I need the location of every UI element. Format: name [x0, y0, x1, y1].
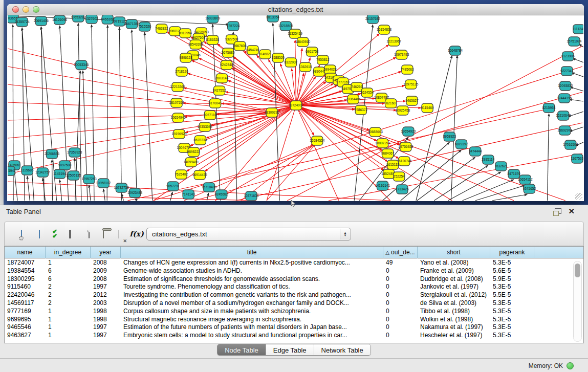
- network-node[interactable]: 12342757: [35, 168, 50, 177]
- network-node[interactable]: 1115686: [21, 166, 34, 175]
- table-row[interactable]: 1456911722003Disruption of a novel membe…: [5, 299, 583, 307]
- tab-node-table[interactable]: Node Table: [217, 344, 266, 355]
- network-edge[interactable]: [119, 27, 121, 201]
- network-node[interactable]: 1327602: [85, 15, 98, 24]
- table-row[interactable]: 1830029562008Estimation of significance …: [5, 275, 583, 283]
- network-node[interactable]: 1145194: [53, 169, 66, 179]
- network-node[interactable]: 8678334: [194, 136, 207, 145]
- table-row[interactable]: 2242004622012Investigating the contribut…: [5, 291, 583, 299]
- network-node[interactable]: 14099489: [184, 158, 199, 167]
- network-edge[interactable]: [475, 185, 526, 201]
- network-node[interactable]: 6961758: [306, 47, 319, 56]
- network-node[interactable]: 1167531: [571, 154, 583, 163]
- function-builder-button[interactable]: f(x): [129, 227, 144, 240]
- network-node[interactable]: 252254: [394, 172, 405, 181]
- network-node[interactable]: 3624554: [361, 88, 374, 97]
- network-edge[interactable]: [228, 80, 292, 104]
- float-panel-icon[interactable]: [555, 208, 561, 214]
- network-node[interactable]: 1733426: [396, 185, 409, 194]
- network-node[interactable]: 12505135: [66, 171, 81, 180]
- table-options-button[interactable]: [15, 227, 28, 240]
- table-row[interactable]: 946362711997Embryonic stem cells: a mode…: [5, 331, 583, 339]
- network-node[interactable]: 8454749: [246, 46, 259, 55]
- network-node[interactable]: 10973493: [394, 50, 409, 59]
- network-node[interactable]: 11325419: [288, 29, 302, 38]
- network-node[interactable]: 20206536: [45, 149, 59, 159]
- table-row[interactable]: 1938455462009Genome-wide association stu…: [5, 267, 583, 275]
- network-node[interactable]: 26157682: [365, 15, 380, 24]
- network-node[interactable]: 9227341: [560, 67, 574, 76]
- network-node[interactable]: 16648784: [448, 46, 463, 55]
- network-edge[interactable]: [572, 73, 583, 77]
- network-node[interactable]: 10654945: [171, 113, 186, 122]
- network-node[interactable]: 9123986: [561, 52, 575, 61]
- network-node[interactable]: 2718126: [175, 67, 188, 76]
- network-node[interactable]: 18807293: [375, 139, 390, 148]
- network-node[interactable]: 2803144: [215, 74, 229, 83]
- tab-edge-table[interactable]: Edge Table: [266, 344, 314, 355]
- network-node[interactable]: 9242848: [220, 60, 233, 70]
- table-row[interactable]: 911546021997Tourette syndrome. Phenomeno…: [5, 282, 583, 291]
- network-node[interactable]: 9097588: [58, 161, 72, 170]
- network-node[interactable]: 1362615: [299, 62, 312, 72]
- network-edge[interactable]: [292, 69, 296, 101]
- network-node[interactable]: 10958107: [96, 179, 111, 188]
- network-node[interactable]: 6879197: [455, 140, 468, 149]
- network-node[interactable]: 20691406: [34, 16, 49, 26]
- network-node[interactable]: 20053346: [74, 60, 89, 70]
- network-node[interactable]: 16210643: [556, 111, 571, 120]
- network-node[interactable]: 10025458: [395, 106, 410, 115]
- column-header-out_de[interactable]: △out_de...: [383, 247, 418, 258]
- network-edge[interactable]: [267, 105, 296, 201]
- window-titlebar[interactable]: citations_edges.txt: [7, 4, 584, 15]
- network-edge[interactable]: [299, 74, 326, 102]
- network-edge[interactable]: [296, 48, 302, 101]
- network-node[interactable]: 19756928: [398, 142, 413, 151]
- show-columns-button[interactable]: [33, 227, 46, 240]
- network-node[interactable]: 9115460: [421, 103, 434, 113]
- network-node[interactable]: 8186328: [206, 35, 220, 45]
- network-node[interactable]: 15584554: [310, 136, 324, 145]
- scrollbar-thumb[interactable]: [575, 264, 580, 277]
- network-node[interactable]: 9684067: [381, 149, 395, 158]
- column-header-in_degree[interactable]: in_degree: [46, 247, 91, 258]
- network-node[interactable]: 9474444: [469, 147, 482, 156]
- import-table-button[interactable]: ✕: [112, 227, 125, 240]
- network-node[interactable]: 18107554: [169, 98, 184, 107]
- network-node[interactable]: 8427552: [213, 86, 226, 95]
- select-rows-button[interactable]: ✔✔: [48, 227, 61, 240]
- network-node[interactable]: 9267110: [204, 111, 216, 120]
- table-selector-dropdown[interactable]: citations_edges.txt ▲▼: [146, 228, 351, 240]
- network-node[interactable]: 9898222: [187, 147, 201, 157]
- network-node[interactable]: 10653287: [71, 15, 85, 22]
- column-header-pagerank[interactable]: pagerank: [490, 247, 534, 258]
- network-node[interactable]: 9170041: [209, 99, 222, 108]
- table-row[interactable]: 1872400712008Changes of HCN gene express…: [5, 258, 583, 267]
- network-node[interactable]: 17359928: [67, 148, 82, 157]
- network-node[interactable]: 2667608: [233, 41, 247, 51]
- network-edge[interactable]: [299, 81, 326, 103]
- network-node[interactable]: 18300295: [265, 108, 279, 117]
- network-node[interactable]: 19654923: [401, 127, 416, 136]
- network-node[interactable]: 6994028: [323, 65, 337, 74]
- network-node[interactable]: 10923488: [127, 188, 142, 198]
- network-node[interactable]: 24355724: [15, 17, 30, 27]
- network-edge[interactable]: [417, 157, 475, 201]
- network-edge[interactable]: [27, 176, 30, 201]
- network-edge[interactable]: [296, 105, 452, 201]
- network-node[interactable]: 20364486: [346, 95, 361, 104]
- network-node[interactable]: 9245662: [215, 190, 228, 199]
- network-edge[interactable]: [8, 182, 390, 201]
- network-edge[interactable]: [295, 40, 296, 101]
- network-edge[interactable]: [60, 180, 62, 201]
- table-row[interactable]: 946554611997Estimation of the future num…: [5, 323, 583, 331]
- network-canvas[interactable]: 2036559243557242069140616126096106532871…: [8, 15, 583, 201]
- network-node[interactable]: 9857791: [166, 182, 180, 191]
- network-node[interactable]: 19196929: [172, 129, 187, 139]
- network-node[interactable]: 3915941: [8, 166, 16, 176]
- network-edge[interactable]: [215, 144, 316, 201]
- resize-grip-icon[interactable]: [575, 193, 582, 200]
- network-node[interactable]: 7986372: [355, 105, 368, 115]
- network-edge[interactable]: [548, 114, 549, 201]
- network-node[interactable]: 8215958: [542, 103, 556, 113]
